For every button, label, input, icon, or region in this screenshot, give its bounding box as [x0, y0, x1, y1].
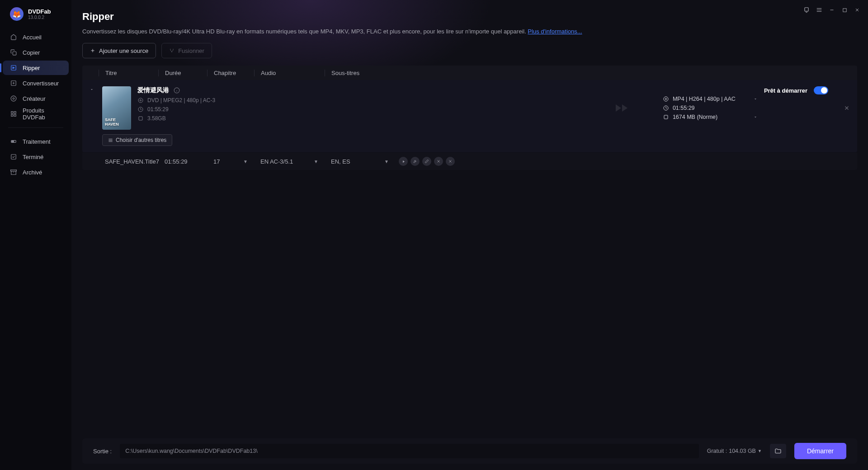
page-description: Convertissez les disques DVD/Blu-ray/4K … [82, 28, 857, 35]
sidebar-item-label: Archivé [23, 169, 42, 176]
task-status: Prêt à démarrer [764, 86, 828, 94]
progress-icon [10, 138, 17, 145]
create-icon [10, 95, 17, 102]
start-button[interactable]: Démarrer [794, 443, 846, 459]
app-logo-icon: 🦊 [10, 7, 24, 21]
copy-icon [10, 49, 17, 56]
edit-button[interactable] [422, 157, 431, 166]
th-sous-titres: Sous-titres [325, 70, 857, 76]
disc-icon [663, 96, 669, 102]
close-button[interactable] [851, 4, 863, 16]
delete-button[interactable] [446, 157, 455, 166]
sidebar-item-produits[interactable]: Produits DVDFab [3, 107, 69, 121]
app-version: 13.0.0.2 [28, 15, 51, 20]
convert-icon [10, 80, 17, 87]
chevron-down-icon: ▼ [384, 159, 389, 164]
choose-titles-button[interactable]: Choisir d'autres titres [102, 134, 172, 146]
content-area: Titre Durée Chapitre Audio Sous-titres S… [71, 66, 868, 438]
svg-rect-13 [843, 8, 846, 11]
output-duration: 01:55:29 [673, 105, 695, 111]
home-icon [10, 33, 17, 41]
movie-poster: SAFE HAVEN [102, 86, 131, 130]
svg-rect-10 [12, 141, 14, 142]
title-audio-select[interactable]: EN AC-3/5.1 ▼ [254, 158, 325, 165]
sidebar-item-label: Traitement [23, 138, 51, 145]
sidebar-item-accueil[interactable]: Accueil [3, 30, 69, 44]
title-chapters-select[interactable]: 17 ▼ [207, 158, 254, 165]
sidebar-item-traitement[interactable]: Traitement [3, 134, 69, 149]
output-label: Sortie : [93, 448, 112, 455]
menu-icon[interactable] [813, 4, 826, 16]
task-source-meta: 爱情避风港 DVD | MPEG2 | 480p | AC-3 01:55:29… [137, 86, 587, 122]
more-info-link[interactable]: Plus d'informations... [528, 28, 582, 35]
title-duration: 01:55:29 [158, 158, 207, 165]
size-dropdown[interactable] [753, 115, 758, 119]
add-source-button[interactable]: Ajouter une source [82, 43, 156, 58]
list-icon [108, 138, 113, 143]
sidebar-item-ripper[interactable]: Ripper [3, 61, 69, 75]
source-format: DVD | MPEG2 | 480p | AC-3 [147, 97, 215, 103]
sidebar-item-label: Terminé [23, 154, 43, 160]
th-audio: Audio [254, 70, 325, 76]
actions-row: Ajouter une source Fusionner [82, 43, 857, 58]
svg-rect-0 [13, 52, 16, 55]
pin-icon[interactable] [800, 4, 813, 16]
expand-toggle[interactable] [90, 86, 96, 92]
task-toggle[interactable] [814, 86, 828, 94]
clock-icon [663, 105, 669, 111]
rip-icon [10, 64, 17, 71]
main-area: Ripper Convertissez les disques DVD/Blu-… [71, 0, 868, 470]
sidebar: 🦊 DVDFab 13.0.0.2 Accueil Copier Ripper … [0, 0, 71, 470]
status-label: Prêt à démarrer [764, 87, 807, 94]
title-subtitles-select[interactable]: EN, ES ▼ [325, 158, 395, 165]
free-space[interactable]: Gratuit : 104.03 GB ▼ [707, 448, 762, 454]
sidebar-item-label: Créateur [23, 95, 46, 102]
nav-primary: Accueil Copier Ripper Convertisseur Créa… [0, 30, 71, 121]
merge-button[interactable]: Fusionner [161, 43, 212, 58]
settings-wrench-button[interactable] [410, 157, 420, 166]
size-icon [663, 114, 669, 120]
plus-icon [90, 48, 95, 53]
task-output-meta: MP4 | H264 | 480p | AAC 01:55:29 1674 MB… [663, 96, 758, 120]
svg-rect-8 [14, 114, 16, 116]
info-icon[interactable] [174, 87, 180, 94]
window-titlebar [796, 0, 868, 20]
merge-icon [169, 48, 175, 53]
minimize-button[interactable] [826, 4, 838, 16]
title-detail-row: SAFE_HAVEN.Title7 01:55:29 17 ▼ EN AC-3/… [82, 153, 857, 170]
app-name: DVDFab [28, 8, 51, 15]
task-title: 爱情避风港 [137, 86, 169, 94]
crop-button[interactable] [434, 157, 443, 166]
size-icon [137, 116, 144, 121]
nav-separator [8, 127, 63, 128]
sidebar-item-convertisseur[interactable]: Convertisseur [3, 76, 69, 90]
svg-rect-11 [11, 155, 16, 160]
sidebar-item-termine[interactable]: Terminé [3, 150, 69, 164]
sidebar-item-createur[interactable]: Créateur [3, 91, 69, 106]
chevron-down-icon: ▼ [758, 449, 762, 453]
svg-point-19 [664, 97, 668, 101]
maximize-button[interactable] [838, 4, 851, 16]
archive-icon [10, 169, 17, 176]
products-icon [10, 110, 17, 118]
output-path-field[interactable]: C:\Users\kun.wang\Documents\DVDFab\DVDFa… [120, 444, 699, 458]
sidebar-item-archive[interactable]: Archivé [3, 165, 69, 179]
chevron-down-icon: ▼ [243, 159, 248, 164]
svg-rect-22 [664, 115, 668, 119]
sidebar-item-label: Ripper [23, 65, 40, 71]
browse-folder-button[interactable] [770, 444, 786, 458]
th-duree: Durée [158, 70, 207, 76]
title-actions [395, 157, 455, 166]
done-icon [10, 153, 17, 160]
format-dropdown[interactable] [753, 97, 758, 101]
source-size: 3.58GB [147, 115, 166, 122]
svg-point-4 [13, 98, 14, 99]
play-preview-button[interactable] [399, 157, 408, 166]
sidebar-item-label: Copier [23, 49, 40, 56]
poster-label: SAFE HAVEN [105, 118, 119, 127]
app-logo-block: 🦊 DVDFab 13.0.0.2 [0, 7, 71, 30]
remove-task-button[interactable] [844, 105, 850, 111]
svg-rect-7 [11, 114, 13, 116]
page-title: Ripper [82, 11, 857, 23]
sidebar-item-copier[interactable]: Copier [3, 45, 69, 60]
